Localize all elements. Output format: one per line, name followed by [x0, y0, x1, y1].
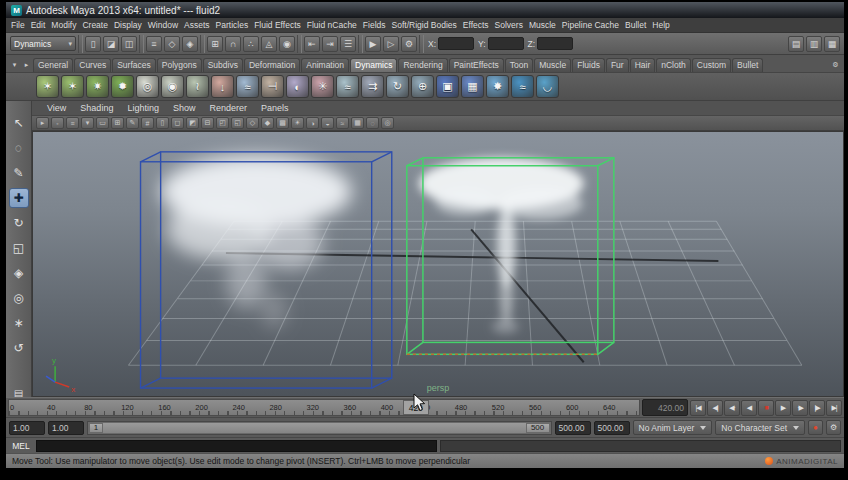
- gate-mask-icon[interactable]: ◩: [186, 117, 199, 129]
- menu-item[interactable]: Pipeline Cache: [559, 20, 622, 30]
- isolate-select-icon[interactable]: ◎: [381, 117, 394, 129]
- universal-manipulator-tool[interactable]: ◈: [9, 263, 29, 283]
- range-start-grip[interactable]: 1: [89, 423, 103, 433]
- xray-icon[interactable]: ◌: [366, 117, 379, 129]
- multisampling-icon[interactable]: ▦: [351, 117, 364, 129]
- panel-menu-item[interactable]: Shading: [73, 103, 120, 113]
- menu-item[interactable]: Edit: [28, 20, 49, 30]
- anim-layer-menu[interactable]: No Anim Layer: [633, 420, 713, 435]
- grease-pencil-icon[interactable]: ✎: [126, 117, 139, 129]
- auto-keyframe-icon[interactable]: ●: [808, 420, 823, 435]
- air-field-icon[interactable]: ≈: [236, 75, 259, 98]
- step-back-frame-button[interactable]: ◀|: [707, 400, 723, 416]
- group-collapse-handle[interactable]: [358, 35, 363, 53]
- shelf-tab[interactable]: Fluids: [572, 58, 605, 72]
- point-emitter-icon[interactable]: ✶: [36, 75, 59, 98]
- shelf-tab[interactable]: Dynamics: [350, 58, 397, 72]
- command-line-input[interactable]: [36, 440, 437, 452]
- lasso-select-tool[interactable]: ◌: [9, 138, 29, 158]
- group-collapse-handle[interactable]: [200, 35, 205, 53]
- fluid-container-3d-icon[interactable]: ▣: [436, 75, 459, 98]
- play-forwards-button[interactable]: ▶: [775, 400, 791, 416]
- step-forward-key-button[interactable]: ·▶: [792, 400, 808, 416]
- menu-item[interactable]: Window: [145, 20, 181, 30]
- ipr-render-icon[interactable]: ▷: [383, 36, 399, 52]
- playback-start-field[interactable]: 1.00: [48, 421, 84, 435]
- record-button[interactable]: ■: [758, 400, 774, 416]
- save-scene-icon[interactable]: ◫: [121, 36, 137, 52]
- group-collapse-handle[interactable]: [297, 35, 302, 53]
- drag-field-icon[interactable]: ⊣: [261, 75, 284, 98]
- new-scene-icon[interactable]: ▯: [85, 36, 101, 52]
- attribute-editor-toggle-icon[interactable]: ▤: [788, 36, 804, 52]
- menu-item[interactable]: Effects: [460, 20, 492, 30]
- spring-icon[interactable]: ≀: [186, 75, 209, 98]
- output-connections-icon[interactable]: ⇥: [322, 36, 338, 52]
- playback-end-field[interactable]: 500.00: [555, 421, 591, 435]
- render-current-frame-icon[interactable]: ▶: [365, 36, 381, 52]
- animation-end-field[interactable]: 500.00: [594, 421, 630, 435]
- menu-item[interactable]: Particles: [213, 20, 252, 30]
- uniform-field-icon[interactable]: ⇉: [361, 75, 384, 98]
- select-by-component-icon[interactable]: ◈: [182, 36, 198, 52]
- shelf-editor-icon[interactable]: ⚙: [830, 58, 841, 71]
- animation-start-field[interactable]: 1.00: [9, 421, 45, 435]
- particle-goal-icon[interactable]: ◎: [136, 75, 159, 98]
- range-slider[interactable]: 1 500: [87, 421, 552, 435]
- panel-menu-item[interactable]: Renderer: [202, 103, 254, 113]
- ocean-icon[interactable]: ≈: [511, 75, 534, 98]
- volume-emitter-icon[interactable]: ✶: [61, 75, 84, 98]
- panel-menu-item[interactable]: Lighting: [120, 103, 166, 113]
- bookmarks-icon[interactable]: ▾: [81, 117, 94, 129]
- y-coordinate-field[interactable]: [488, 37, 524, 50]
- step-back-key-button[interactable]: ◀·: [724, 400, 740, 416]
- shelf-tab[interactable]: Fur: [606, 58, 629, 72]
- use-all-lights-icon[interactable]: ☀: [291, 117, 304, 129]
- shelf-tab[interactable]: Bullet: [732, 58, 763, 72]
- menu-item[interactable]: File: [8, 20, 28, 30]
- scale-tool[interactable]: ◱: [9, 238, 29, 258]
- shelf-tab[interactable]: Custom: [692, 58, 731, 72]
- shelf-tab-arrow-icon[interactable]: ▸: [21, 58, 32, 71]
- radial-field-icon[interactable]: ✳: [311, 75, 334, 98]
- select-by-hierarchy-icon[interactable]: ≡: [146, 36, 162, 52]
- range-end-grip[interactable]: 500: [526, 423, 550, 433]
- viewport[interactable]: y x persp: [32, 131, 844, 397]
- shelf-tab[interactable]: nCloth: [656, 58, 691, 72]
- wireframe-icon[interactable]: ◇: [246, 117, 259, 129]
- construction-history-icon[interactable]: ☰: [340, 36, 356, 52]
- camera-attributes-icon[interactable]: ≡: [66, 117, 79, 129]
- shelf-tab[interactable]: PaintEffects: [449, 58, 504, 72]
- menu-item[interactable]: Help: [649, 20, 672, 30]
- open-scene-icon[interactable]: ◪: [103, 36, 119, 52]
- render-settings-icon[interactable]: ⚙: [401, 36, 417, 52]
- shelf-tab[interactable]: Hair: [630, 58, 656, 72]
- current-time-field[interactable]: 420.00: [642, 399, 688, 416]
- snap-to-view-plane-icon[interactable]: ◬: [261, 36, 277, 52]
- motion-blur-icon[interactable]: ≈: [336, 117, 349, 129]
- move-tool[interactable]: ✚: [9, 188, 29, 208]
- current-frame-indicator[interactable]: 420: [403, 400, 429, 415]
- grid-icon[interactable]: #: [141, 117, 154, 129]
- soft-modification-tool[interactable]: ◎: [9, 288, 29, 308]
- shelf-tab[interactable]: Animation: [301, 58, 349, 72]
- x-coordinate-field[interactable]: [438, 37, 474, 50]
- menu-item[interactable]: Assets: [181, 20, 213, 30]
- animation-preferences-icon[interactable]: ⚙: [826, 420, 841, 435]
- gravity-field-icon[interactable]: ↓: [211, 75, 234, 98]
- shelf-tab[interactable]: Subdivs: [203, 58, 243, 72]
- character-set-menu[interactable]: No Character Set: [715, 420, 805, 435]
- shelf-tab[interactable]: Polygons: [157, 58, 202, 72]
- input-connections-icon[interactable]: ⇤: [304, 36, 320, 52]
- play-backwards-button[interactable]: ◀: [741, 400, 757, 416]
- newton-field-icon[interactable]: ◐: [286, 75, 309, 98]
- select-tool[interactable]: ↖: [9, 113, 29, 133]
- time-slider[interactable]: 0408012016020024028032036040044048052056…: [8, 399, 640, 416]
- screen-space-ao-icon[interactable]: ◒: [321, 117, 334, 129]
- lock-camera-icon[interactable]: ◦: [51, 117, 64, 129]
- film-gate-icon[interactable]: ▯: [156, 117, 169, 129]
- menu-item[interactable]: Fields: [360, 20, 389, 30]
- menu-item[interactable]: Solvers: [492, 20, 526, 30]
- range-slider-handle[interactable]: 1 500: [89, 423, 550, 433]
- menu-item[interactable]: Modify: [48, 20, 79, 30]
